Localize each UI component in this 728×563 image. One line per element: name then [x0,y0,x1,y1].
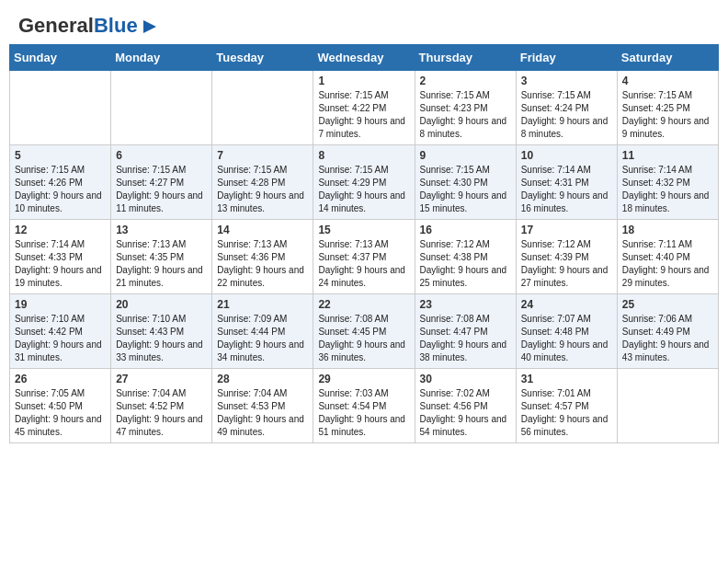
day-number: 24 [521,298,612,311]
day-info: Sunrise: 7:15 AMSunset: 4:27 PMDaylight:… [116,164,207,215]
calendar-cell: 18Sunrise: 7:11 AMSunset: 4:40 PMDayligh… [617,220,718,294]
header-cell-tuesday: Tuesday [212,45,313,71]
calendar-cell [212,71,313,145]
day-info: Sunrise: 7:06 AMSunset: 4:49 PMDaylight:… [622,313,713,364]
calendar-cell [10,71,111,145]
week-row-0: 1Sunrise: 7:15 AMSunset: 4:22 PMDaylight… [10,71,719,145]
calendar-cell: 3Sunrise: 7:15 AMSunset: 4:24 PMDaylight… [516,71,617,145]
calendar-cell: 26Sunrise: 7:05 AMSunset: 4:50 PMDayligh… [10,369,111,443]
calendar-cell: 2Sunrise: 7:15 AMSunset: 4:23 PMDaylight… [415,71,516,145]
calendar-cell: 16Sunrise: 7:12 AMSunset: 4:38 PMDayligh… [415,220,516,294]
day-info: Sunrise: 7:15 AMSunset: 4:29 PMDaylight:… [318,164,409,215]
calendar-cell: 1Sunrise: 7:15 AMSunset: 4:22 PMDaylight… [313,71,415,145]
day-info: Sunrise: 7:07 AMSunset: 4:48 PMDaylight:… [521,313,612,364]
header-cell-wednesday: Wednesday [313,45,415,71]
day-number: 7 [217,149,308,162]
day-info: Sunrise: 7:15 AMSunset: 4:26 PMDaylight:… [15,164,106,215]
header-cell-saturday: Saturday [617,45,718,71]
day-number: 13 [116,224,207,236]
day-info: Sunrise: 7:04 AMSunset: 4:53 PMDaylight:… [217,387,308,439]
calendar-cell: 20Sunrise: 7:10 AMSunset: 4:43 PMDayligh… [111,294,212,369]
calendar-cell [617,369,718,443]
week-row-3: 19Sunrise: 7:10 AMSunset: 4:42 PMDayligh… [10,294,719,369]
day-info: Sunrise: 7:12 AMSunset: 4:38 PMDaylight:… [420,238,511,290]
day-number: 21 [217,298,308,311]
svg-marker-0 [143,20,156,33]
day-info: Sunrise: 7:15 AMSunset: 4:24 PMDaylight:… [521,89,612,141]
day-number: 30 [420,373,511,385]
calendar-body: 1Sunrise: 7:15 AMSunset: 4:22 PMDaylight… [10,71,719,443]
calendar-cell: 9Sunrise: 7:15 AMSunset: 4:30 PMDaylight… [415,145,516,220]
header-cell-sunday: Sunday [10,45,111,71]
calendar-cell: 28Sunrise: 7:04 AMSunset: 4:53 PMDayligh… [212,369,313,443]
day-number: 9 [420,149,511,162]
day-number: 2 [420,75,511,87]
calendar-cell [111,71,212,145]
page-header: GeneralBlue [0,0,728,44]
calendar-cell: 14Sunrise: 7:13 AMSunset: 4:36 PMDayligh… [212,220,313,294]
day-info: Sunrise: 7:13 AMSunset: 4:35 PMDaylight:… [116,238,207,290]
day-info: Sunrise: 7:05 AMSunset: 4:50 PMDaylight:… [15,387,106,439]
day-number: 12 [15,224,106,236]
day-number: 19 [15,298,106,311]
day-info: Sunrise: 7:02 AMSunset: 4:56 PMDaylight:… [420,387,511,439]
calendar-cell: 5Sunrise: 7:15 AMSunset: 4:26 PMDaylight… [10,145,111,220]
header-cell-friday: Friday [516,45,617,71]
day-info: Sunrise: 7:14 AMSunset: 4:32 PMDaylight:… [622,164,713,215]
calendar-cell: 22Sunrise: 7:08 AMSunset: 4:45 PMDayligh… [313,294,415,369]
day-info: Sunrise: 7:15 AMSunset: 4:30 PMDaylight:… [420,164,511,215]
calendar-cell: 17Sunrise: 7:12 AMSunset: 4:39 PMDayligh… [516,220,617,294]
day-number: 26 [15,373,106,385]
calendar-header: SundayMondayTuesdayWednesdayThursdayFrid… [10,45,719,71]
week-row-2: 12Sunrise: 7:14 AMSunset: 4:33 PMDayligh… [10,220,719,294]
calendar-cell: 6Sunrise: 7:15 AMSunset: 4:27 PMDaylight… [111,145,212,220]
day-number: 20 [116,298,207,311]
day-number: 1 [318,75,409,87]
calendar-table: SundayMondayTuesdayWednesdayThursdayFrid… [9,44,719,443]
calendar-cell: 4Sunrise: 7:15 AMSunset: 4:25 PMDaylight… [617,71,718,145]
day-number: 29 [318,373,409,385]
calendar-cell: 8Sunrise: 7:15 AMSunset: 4:29 PMDaylight… [313,145,415,220]
day-number: 10 [521,149,612,162]
calendar-wrap: SundayMondayTuesdayWednesdayThursdayFrid… [0,44,728,453]
day-info: Sunrise: 7:12 AMSunset: 4:39 PMDaylight:… [521,238,612,290]
day-info: Sunrise: 7:01 AMSunset: 4:57 PMDaylight:… [521,387,612,439]
day-number: 25 [622,298,713,311]
day-number: 23 [420,298,511,311]
day-info: Sunrise: 7:13 AMSunset: 4:37 PMDaylight:… [318,238,409,290]
day-number: 16 [420,224,511,236]
day-number: 27 [116,373,207,385]
day-number: 6 [116,149,207,162]
calendar-cell: 31Sunrise: 7:01 AMSunset: 4:57 PMDayligh… [516,369,617,443]
day-info: Sunrise: 7:04 AMSunset: 4:52 PMDaylight:… [116,387,207,439]
logo: GeneralBlue [18,15,160,37]
day-info: Sunrise: 7:08 AMSunset: 4:45 PMDaylight:… [318,313,409,364]
day-info: Sunrise: 7:14 AMSunset: 4:31 PMDaylight:… [521,164,612,215]
calendar-cell: 13Sunrise: 7:13 AMSunset: 4:35 PMDayligh… [111,220,212,294]
logo-arrow-icon [140,17,160,37]
day-number: 4 [622,75,713,87]
day-number: 8 [318,149,409,162]
day-number: 15 [318,224,409,236]
calendar-cell: 7Sunrise: 7:15 AMSunset: 4:28 PMDaylight… [212,145,313,220]
calendar-cell: 30Sunrise: 7:02 AMSunset: 4:56 PMDayligh… [415,369,516,443]
day-info: Sunrise: 7:08 AMSunset: 4:47 PMDaylight:… [420,313,511,364]
day-info: Sunrise: 7:10 AMSunset: 4:42 PMDaylight:… [15,313,106,364]
calendar-cell: 24Sunrise: 7:07 AMSunset: 4:48 PMDayligh… [516,294,617,369]
day-number: 22 [318,298,409,311]
week-row-1: 5Sunrise: 7:15 AMSunset: 4:26 PMDaylight… [10,145,719,220]
logo-text: GeneralBlue [18,16,138,36]
day-info: Sunrise: 7:09 AMSunset: 4:44 PMDaylight:… [217,313,308,364]
week-row-4: 26Sunrise: 7:05 AMSunset: 4:50 PMDayligh… [10,369,719,443]
calendar-cell: 10Sunrise: 7:14 AMSunset: 4:31 PMDayligh… [516,145,617,220]
day-number: 11 [622,149,713,162]
calendar-cell: 11Sunrise: 7:14 AMSunset: 4:32 PMDayligh… [617,145,718,220]
header-cell-monday: Monday [111,45,212,71]
header-cell-thursday: Thursday [415,45,516,71]
day-number: 14 [217,224,308,236]
calendar-cell: 12Sunrise: 7:14 AMSunset: 4:33 PMDayligh… [10,220,111,294]
calendar-cell: 27Sunrise: 7:04 AMSunset: 4:52 PMDayligh… [111,369,212,443]
calendar-cell: 21Sunrise: 7:09 AMSunset: 4:44 PMDayligh… [212,294,313,369]
day-info: Sunrise: 7:10 AMSunset: 4:43 PMDaylight:… [116,313,207,364]
day-number: 31 [521,373,612,385]
